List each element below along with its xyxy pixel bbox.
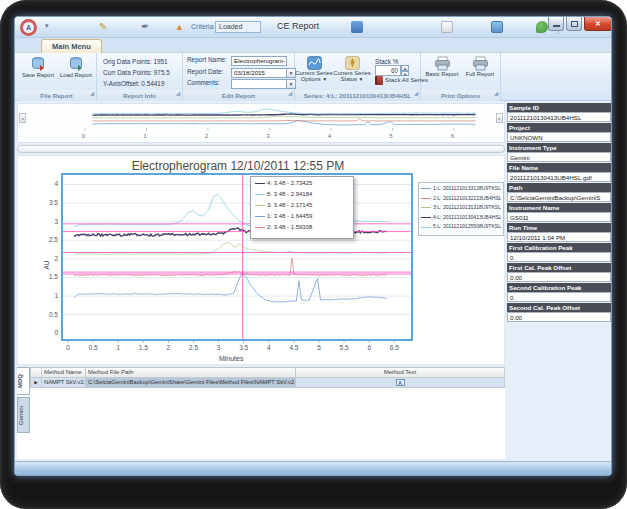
cell-method-name[interactable]: NAMPT SkV.v2... xyxy=(42,378,86,388)
svg-text:0: 0 xyxy=(66,344,70,351)
window-title: CE Report xyxy=(277,21,319,31)
ribbon: Save Report Load Report File Report◢ Ori… xyxy=(15,53,611,101)
jar-icon[interactable] xyxy=(441,21,453,33)
dialog-launcher-icon[interactable]: ◢ xyxy=(288,88,292,99)
header-cell[interactable]: Method Text xyxy=(296,368,505,378)
tab-gemini[interactable]: Gemini xyxy=(17,397,30,433)
app-window: A ▾ ✎ ✒ ▲ Criteria Loaded CE Report ✕ Ma… xyxy=(14,16,612,476)
svg-text:6: 6 xyxy=(367,344,371,351)
stack-percent-input[interactable]: 60 xyxy=(375,65,401,76)
field-input[interactable] xyxy=(231,79,287,89)
save-report-button[interactable]: Save Report xyxy=(19,55,57,89)
save-report-label: Save Report xyxy=(22,72,54,78)
tooltip-value: 5: 3.48 - 2.94184 xyxy=(267,191,312,197)
stack-book-icon xyxy=(375,76,383,85)
chevron-down-icon[interactable]: ▾ xyxy=(45,22,49,30)
load-report-button[interactable]: Load Report xyxy=(57,55,95,89)
overview-scrollbar[interactable] xyxy=(17,145,505,153)
ribbon-tab-row: Main Menu xyxy=(15,38,611,53)
pencil-icon[interactable]: ✎ xyxy=(99,20,107,34)
dialog-launcher-icon[interactable]: ◢ xyxy=(90,88,94,99)
electropherogram-chart[interactable]: 00.511.522.533.5400.511.522.533.544.555.… xyxy=(42,170,422,366)
legend-item[interactable]: 2:L: 20111210132223UB4HSL xyxy=(421,195,501,205)
sidebar-field-value[interactable]: Gemini xyxy=(507,152,611,162)
tooltip-item: 3: 3.48 - 2.17145 xyxy=(255,202,349,213)
sidebar-field-label: Second Calibration Peak xyxy=(507,283,611,292)
group-label-series: Series: 4:L: 20111210130413UB4HSL xyxy=(304,92,412,99)
basic-report-label: Basic Report xyxy=(425,71,458,77)
book-icon[interactable] xyxy=(351,21,363,33)
series-trace xyxy=(92,114,475,115)
header-cell[interactable] xyxy=(31,368,42,378)
svg-text:1.5: 1.5 xyxy=(49,273,58,280)
svg-text:4.5: 4.5 xyxy=(289,344,298,351)
dialog-launcher-icon[interactable]: ◢ xyxy=(176,88,180,99)
sidebar-field-value[interactable]: UNKNOWN xyxy=(507,132,611,142)
sidebar-field-value[interactable]: 0.00 xyxy=(507,272,611,282)
cell-method-text[interactable]: A xyxy=(296,378,505,388)
svg-text:3.5: 3.5 xyxy=(239,344,248,351)
criteria-input[interactable]: Loaded xyxy=(215,21,261,33)
legend-item[interactable]: 1:L: 20111210133128U9TKSL xyxy=(421,185,501,195)
dialog-launcher-icon[interactable]: ◢ xyxy=(414,88,418,99)
sidebar-field-value[interactable]: 0.00 xyxy=(507,312,611,322)
app-logo-icon[interactable]: A xyxy=(20,19,37,36)
current-series-status-button[interactable]: Current Series Status ▼ xyxy=(333,55,371,89)
svg-text:2: 2 xyxy=(167,344,171,351)
triangle-icon[interactable]: ▲ xyxy=(175,20,184,34)
full-report-label: Full Report xyxy=(466,71,494,77)
field-input[interactable]: 03/18/2015 xyxy=(231,68,287,78)
svg-text:0: 0 xyxy=(54,329,58,336)
maximize-button[interactable] xyxy=(566,17,582,31)
legend-item[interactable]: 4:L: 20111210130413UB4HSL xyxy=(421,214,501,224)
basic-report-button[interactable]: Basic Report xyxy=(423,55,461,89)
maximize-icon xyxy=(571,21,578,27)
cell-method-file-path[interactable]: C:\SelciaGeminiBackup\GeminiShare\Gemini… xyxy=(86,378,296,388)
current-series-options-button[interactable]: Current Series Options ▼ xyxy=(295,55,333,89)
legend-item[interactable]: 3:L: 20111210131318U9TKSL xyxy=(421,204,501,214)
method-text-icon[interactable]: A xyxy=(396,379,405,386)
legend-label: 2:L: 20111210132223UB4HSL xyxy=(433,195,501,201)
full-report-button[interactable]: Full Report xyxy=(461,55,499,89)
pen-icon[interactable]: ✒ xyxy=(141,20,149,34)
close-button[interactable]: ✕ xyxy=(584,17,612,31)
status-bar xyxy=(15,461,612,476)
sidebar-field-value[interactable]: GS011 xyxy=(507,212,611,222)
sidebar-field-value[interactable]: 0 xyxy=(507,252,611,262)
tab-mdq[interactable]: MDQ xyxy=(17,367,30,395)
tab-main-menu[interactable]: Main Menu xyxy=(41,39,102,53)
group-label-file-report: File Report xyxy=(40,92,72,99)
sidebar-field-value[interactable]: 0 xyxy=(507,292,611,302)
details-sidebar: Sample ID20111210130413UB4HSLProjectUNKN… xyxy=(507,103,611,461)
overview-chart[interactable] xyxy=(18,104,504,131)
overview-x-tick: 5 xyxy=(390,133,393,139)
legend-swatch xyxy=(421,207,431,208)
header-cell[interactable]: Method Name xyxy=(42,368,86,378)
sidebar-field-value[interactable]: 20111210130413UB4HSL xyxy=(507,112,611,122)
svg-text:1: 1 xyxy=(116,344,120,351)
leaf-icon[interactable] xyxy=(536,21,548,33)
header-cell[interactable]: Method File Path xyxy=(86,368,296,378)
field-label: Report Name: xyxy=(187,56,231,63)
svg-text:3.5: 3.5 xyxy=(49,199,58,206)
legend-item[interactable]: 5:L: 20111210125508U9TKSL xyxy=(421,223,501,233)
sidebar-field-value[interactable]: 12/10/2011 1:04 PM xyxy=(507,232,611,242)
app-logo-letter: A xyxy=(26,24,31,31)
field-input[interactable]: Electropherogram-1... xyxy=(231,56,287,66)
row-selector[interactable]: ▶ xyxy=(31,378,42,388)
svg-text:6.5: 6.5 xyxy=(390,344,399,351)
window-icon[interactable] xyxy=(491,21,503,33)
tooltip-item: 4: 3.48 - 2.73425 xyxy=(255,180,349,191)
tooltip-value: 1: 3.48 - 1.64459 xyxy=(267,213,312,219)
sidebar-field-value[interactable]: 20111210130413UB4HSL.gdf xyxy=(507,172,611,182)
minimize-button[interactable] xyxy=(548,17,564,31)
chart-legend: 1:L: 20111210133128U9TKSL2:L: 2011121013… xyxy=(418,182,504,236)
dialog-launcher-icon[interactable]: ◢ xyxy=(494,88,498,99)
screenshot-stage: A ▾ ✎ ✒ ▲ Criteria Loaded CE Report ✕ Ma… xyxy=(0,0,627,509)
svg-text:5.5: 5.5 xyxy=(340,344,349,351)
tooltip-item: 5: 3.48 - 2.94184 xyxy=(255,191,349,202)
method-table-row[interactable]: ▶NAMPT SkV.v2...C:\SelciaGeminiBackup\Ge… xyxy=(31,378,505,388)
sidebar-field-label: First Calibration Peak xyxy=(507,243,611,252)
series-trace xyxy=(92,109,475,114)
sidebar-field-value[interactable]: C:\SelciaGeminiBackup\GeminiS xyxy=(507,192,611,202)
